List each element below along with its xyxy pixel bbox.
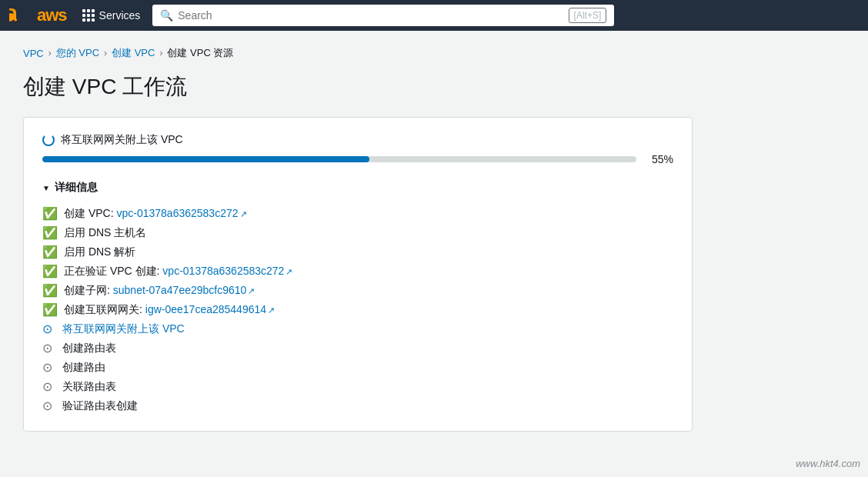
breadcrumb-sep-2: ›	[104, 48, 107, 58]
top-nav: aws Services 🔍 [Alt+S]	[0, 0, 868, 31]
detail-item-route: ⊙ 创建路由	[42, 358, 673, 377]
details-section: ▼ 详细信息 ✅ 创建 VPC: vpc-01378a6362583c272↗ …	[42, 181, 673, 415]
external-link-icon-1: ↗	[240, 209, 247, 218]
detail-item-attach-igw: ⊙ 将互联网网关附上该 VPC	[42, 319, 673, 339]
detail-item-verify-route: ⊙ 验证路由表创建	[42, 396, 673, 415]
check-icon-6: ✅	[42, 302, 58, 317]
progress-section: 将互联网网关附上该 VPC 55%	[42, 133, 673, 165]
external-link-icon-2: ↗	[285, 267, 292, 276]
check-icon-3: ✅	[42, 245, 58, 259]
detail-text-7[interactable]: 将互联网网关附上该 VPC	[62, 322, 185, 336]
detail-item-route-table: ⊙ 创建路由表	[42, 339, 673, 358]
progress-bar-wrap: 55%	[42, 153, 673, 165]
external-link-icon-4: ↗	[268, 305, 275, 315]
detail-text-2: 启用 DNS 主机名	[64, 226, 146, 240]
detail-text-1: 创建 VPC: vpc-01378a6362583c272↗	[64, 207, 247, 221]
page-title: 创建 VPC 工作流	[23, 72, 845, 102]
check-icon-1: ✅	[42, 206, 58, 221]
breadcrumb-sep-1: ›	[48, 48, 52, 58]
services-label: Services	[99, 9, 141, 22]
search-icon: 🔍	[160, 9, 173, 22]
pending-icon-4: ⊙	[42, 399, 56, 413]
breadcrumb-vpc[interactable]: VPC	[23, 48, 44, 59]
search-bar: 🔍 [Alt+S]	[152, 5, 614, 26]
pending-icon-1: ⊙	[42, 341, 56, 355]
breadcrumb-your-vpc[interactable]: 您的 VPC	[56, 46, 99, 60]
main-content: VPC › 您的 VPC › 创建 VPC › 创建 VPC 资源 创建 VPC…	[0, 31, 868, 447]
search-shortcut: [Alt+S]	[569, 8, 607, 23]
check-icon-2: ✅	[42, 225, 58, 240]
progress-bar-background	[42, 156, 636, 162]
detail-text-3: 启用 DNS 解析	[64, 245, 135, 259]
detail-text-10: 关联路由表	[62, 380, 116, 394]
detail-item-igw: ✅ 创建互联网网关: igw-0ee17cea285449614↗	[42, 300, 673, 319]
breadcrumb-current: 创建 VPC 资源	[167, 46, 233, 60]
details-header-label: 详细信息	[55, 181, 98, 195]
detail-text-11: 验证路由表创建	[62, 399, 138, 413]
progress-status: 将互联网网关附上该 VPC	[42, 133, 673, 147]
loading-icon-1: ⊙	[42, 322, 56, 336]
igw-link[interactable]: igw-0ee17cea285449614	[145, 303, 266, 315]
detail-item-create-vpc: ✅ 创建 VPC: vpc-01378a6362583c272↗	[42, 204, 673, 223]
detail-item-verify-vpc: ✅ 正在验证 VPC 创建: vpc-01378a6362583c272↗	[42, 262, 673, 281]
vpc-link-2[interactable]: vpc-01378a6362583c272	[162, 265, 284, 277]
services-button[interactable]: Services	[76, 6, 147, 25]
search-input[interactable]	[178, 9, 563, 22]
progress-percent: 55%	[646, 153, 673, 165]
pending-icon-3: ⊙	[42, 379, 56, 394]
external-link-icon-3: ↗	[248, 286, 255, 295]
breadcrumb-create-vpc[interactable]: 创建 VPC	[112, 46, 155, 60]
breadcrumb-sep-3: ›	[159, 48, 162, 58]
detail-item-dns-hostname: ✅ 启用 DNS 主机名	[42, 223, 673, 242]
detail-text-4: 正在验证 VPC 创建: vpc-01378a6362583c272↗	[64, 265, 292, 279]
aws-logo: aws	[9, 5, 67, 25]
detail-text-6: 创建互联网网关: igw-0ee17cea285449614↗	[64, 303, 275, 317]
detail-text-8: 创建路由表	[62, 342, 116, 355]
detail-item-assoc-route: ⊙ 关联路由表	[42, 377, 673, 396]
detail-item-subnet: ✅ 创建子网: subnet-07a47ee29bcfc9610↗	[42, 281, 673, 300]
breadcrumb: VPC › 您的 VPC › 创建 VPC › 创建 VPC 资源	[23, 46, 845, 60]
subnet-link[interactable]: subnet-07a47ee29bcfc9610	[113, 284, 247, 296]
check-icon-4: ✅	[42, 264, 58, 279]
details-header[interactable]: ▼ 详细信息	[42, 181, 673, 195]
vpc-link-1[interactable]: vpc-01378a6362583c272	[116, 207, 238, 219]
spinner-icon	[42, 134, 55, 146]
detail-item-dns-resolve: ✅ 启用 DNS 解析	[42, 242, 673, 262]
pending-icon-2: ⊙	[42, 360, 56, 375]
grid-icon	[82, 9, 95, 22]
progress-status-text: 将互联网网关附上该 VPC	[61, 133, 183, 147]
detail-text-9: 创建路由	[62, 361, 105, 375]
progress-bar-fill	[42, 156, 369, 162]
detail-text-5: 创建子网: subnet-07a47ee29bcfc9610↗	[64, 284, 255, 298]
collapse-triangle-icon: ▼	[42, 184, 50, 192]
aws-text: aws	[37, 5, 67, 25]
check-icon-5: ✅	[42, 283, 58, 298]
workflow-card: 将互联网网关附上该 VPC 55% ▼ 详细信息 ✅ 创建 VPC: vpc-0…	[23, 117, 693, 432]
